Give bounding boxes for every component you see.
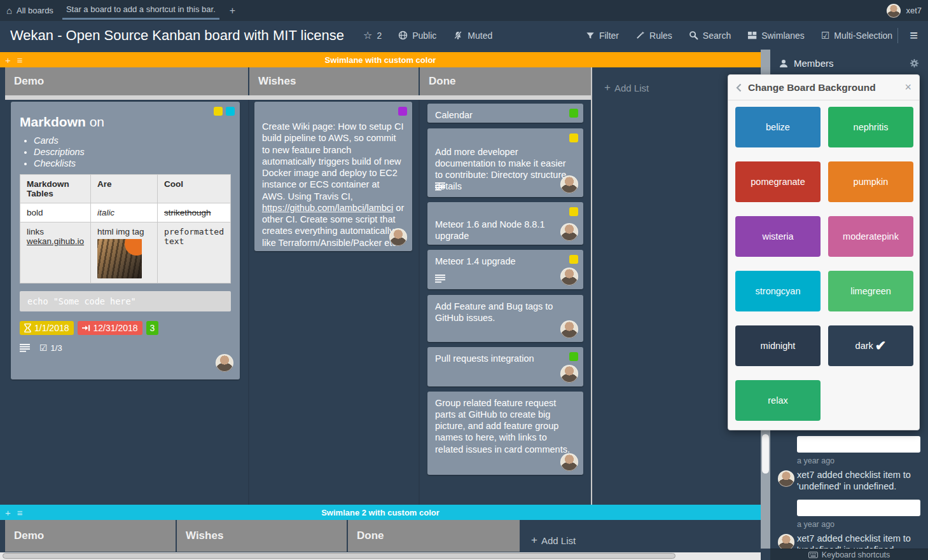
swimlane-menu-icon[interactable]: ≡ bbox=[17, 507, 23, 518]
star-hint-text: Star a board to add a shortcut in this b… bbox=[62, 2, 219, 20]
filter-button[interactable]: Filter bbox=[586, 31, 619, 41]
list-separator bbox=[248, 100, 249, 505]
swatch-label: midnight bbox=[761, 341, 796, 351]
swatch-relax[interactable]: relax bbox=[735, 380, 821, 421]
due-date-badge[interactable]: 1/1/2018 bbox=[20, 321, 74, 335]
card-member-avatar[interactable] bbox=[560, 223, 578, 241]
card-developer-documentation[interactable]: Add more developer documentation to make… bbox=[427, 128, 583, 197]
visibility-button[interactable]: Public bbox=[398, 31, 436, 41]
swatch-belize[interactable]: belize bbox=[735, 107, 821, 147]
board-menu-button[interactable]: ≡ bbox=[910, 29, 918, 43]
header-divider bbox=[897, 28, 898, 43]
card-label-green[interactable] bbox=[569, 109, 578, 118]
swimlane-add-icon[interactable]: + bbox=[5, 507, 11, 518]
card-feature-bug-tags[interactable]: Add Feature and Bug tags to GitHub issue… bbox=[427, 295, 583, 342]
end-date-badge[interactable]: 12/31/2018 bbox=[78, 321, 142, 335]
swatch-limegreen[interactable]: limegreen bbox=[828, 271, 913, 311]
rules-button[interactable]: Rules bbox=[635, 31, 672, 41]
add-list-button-top[interactable]: + Add List bbox=[604, 81, 649, 94]
list-title-wishes-2: Wishes bbox=[186, 529, 223, 542]
activity-text: xet7 added checklist item to 'undefined'… bbox=[797, 533, 922, 549]
star-board-button[interactable]: ☆ 2 bbox=[363, 29, 382, 41]
add-list-button-bottom[interactable]: + Add List bbox=[531, 534, 576, 547]
swatch-strongcyan[interactable]: strongcyan bbox=[735, 271, 821, 311]
search-button[interactable]: Search bbox=[689, 31, 731, 41]
list-title-done-2: Done bbox=[357, 529, 384, 542]
card-label-green[interactable] bbox=[569, 352, 578, 361]
card-label-yellow[interactable] bbox=[569, 255, 578, 264]
keyboard-shortcuts-button[interactable]: Keyboard shortcuts bbox=[770, 549, 928, 560]
list-header-wishes[interactable]: Wishes bbox=[249, 67, 419, 95]
card-pull-requests[interactable]: Pull requests integration bbox=[427, 347, 583, 386]
list-header-demo[interactable]: Demo bbox=[5, 67, 248, 95]
multi-selection-label: Multi-Selection bbox=[834, 31, 892, 41]
swimlane-1-bar: + ≡ Swimlane with custom color bbox=[0, 52, 761, 67]
end-date-value: 12/31/2018 bbox=[93, 323, 138, 333]
swatch-wisteria[interactable]: wisteria bbox=[735, 216, 821, 257]
list-title-wishes: Wishes bbox=[258, 75, 296, 88]
all-boards-link[interactable]: ⌂ All boards bbox=[6, 5, 53, 16]
card-member-avatar[interactable] bbox=[216, 354, 233, 372]
swimlanes-view-button[interactable]: Swimlanes bbox=[747, 31, 805, 41]
list-header-wishes-2[interactable]: Wishes bbox=[177, 520, 347, 552]
list-header-done[interactable]: Done bbox=[420, 67, 591, 95]
user-avatar bbox=[887, 4, 901, 18]
card-label-cyan[interactable] bbox=[226, 107, 235, 116]
horizontal-scrollbar-thumb[interactable] bbox=[3, 553, 675, 559]
swimlane-add-icon[interactable]: + bbox=[5, 55, 11, 65]
swimlane-menu-icon[interactable]: ≡ bbox=[17, 55, 23, 65]
comment-input[interactable] bbox=[797, 500, 920, 516]
close-icon[interactable]: × bbox=[904, 81, 911, 94]
list-header-done-2[interactable]: Done bbox=[348, 520, 520, 552]
mute-button[interactable]: Muted bbox=[453, 31, 492, 41]
card-markdown[interactable]: Markdown on Cards Descriptions Checklist… bbox=[11, 102, 240, 379]
swatch-nephritis[interactable]: nephritis bbox=[828, 107, 913, 147]
card-member-avatar[interactable] bbox=[389, 228, 407, 246]
card-group-feature-requests[interactable]: Group related feature request parts at G… bbox=[427, 392, 583, 475]
count-badge[interactable]: 3 bbox=[146, 321, 159, 335]
wekan-link[interactable]: wekan.gihub.io bbox=[27, 236, 84, 246]
add-board-shortcut-button[interactable]: + bbox=[226, 5, 239, 17]
card-member-avatar[interactable] bbox=[560, 365, 578, 383]
swatch-dark[interactable]: dark✔ bbox=[828, 325, 913, 366]
gear-icon[interactable] bbox=[910, 58, 919, 68]
checklist-count: 1/3 bbox=[51, 343, 62, 353]
lambci-link[interactable]: https://github.com/lambci/lambci bbox=[262, 203, 393, 213]
swatch-moderatepink[interactable]: moderatepink bbox=[828, 216, 913, 257]
swimlane-2-title[interactable]: Swimlane 2 with custom color bbox=[0, 508, 761, 517]
user-menu[interactable]: xet7 bbox=[887, 4, 922, 18]
all-boards-label: All boards bbox=[17, 6, 53, 15]
change-background-popup: Change Board Background × belize nephrit… bbox=[728, 74, 920, 430]
vertical-scrollbar-thumb[interactable] bbox=[762, 434, 769, 474]
swatch-label: dark bbox=[855, 341, 873, 351]
card-meteor-16-upgrade[interactable]: Meteor 1.6 and Node 8.8.1 upgrade bbox=[427, 202, 583, 245]
card-member-avatar[interactable] bbox=[560, 453, 578, 471]
card-label-yellow[interactable] bbox=[569, 133, 578, 142]
list-header-demo-2[interactable]: Demo bbox=[5, 520, 176, 552]
back-chevron-icon[interactable] bbox=[736, 83, 742, 92]
card-label-purple[interactable] bbox=[398, 107, 407, 116]
img-tag-label: html img tag bbox=[97, 227, 151, 236]
swatch-label: pomegranate bbox=[751, 177, 805, 187]
comment-input[interactable] bbox=[797, 436, 920, 453]
card-member-avatar[interactable] bbox=[560, 175, 578, 193]
swimlane-1-title[interactable]: Swimlane with custom color bbox=[0, 55, 761, 65]
swatch-midnight[interactable]: midnight bbox=[735, 325, 821, 366]
horizontal-scrollbar[interactable] bbox=[0, 552, 761, 560]
card-create-wiki[interactable]: Create Wiki page: How to setup CI build … bbox=[254, 102, 412, 251]
table-cell-image: html img tag bbox=[91, 222, 158, 283]
card-member-avatar[interactable] bbox=[560, 320, 578, 338]
swatch-label: moderatepink bbox=[843, 231, 899, 242]
card-label-yellow[interactable] bbox=[214, 107, 223, 116]
swatch-pomegranate[interactable]: pomegranate bbox=[735, 161, 821, 202]
card-title: Add Feature and Bug tags to GitHub issue… bbox=[435, 301, 553, 323]
card-meteor-14-upgrade[interactable]: Meteor 1.4 upgrade bbox=[427, 250, 583, 289]
card-label-yellow[interactable] bbox=[569, 207, 578, 216]
swatch-pumpkin[interactable]: pumpkin bbox=[828, 161, 913, 202]
multi-selection-button[interactable]: ☑ Multi-Selection bbox=[821, 30, 892, 41]
card-calendar[interactable]: Calendar bbox=[427, 104, 583, 123]
preformatted-text: preformatted text bbox=[164, 227, 224, 246]
card-member-avatar[interactable] bbox=[560, 268, 578, 285]
search-label: Search bbox=[703, 31, 731, 41]
activity-avatar bbox=[778, 534, 794, 549]
